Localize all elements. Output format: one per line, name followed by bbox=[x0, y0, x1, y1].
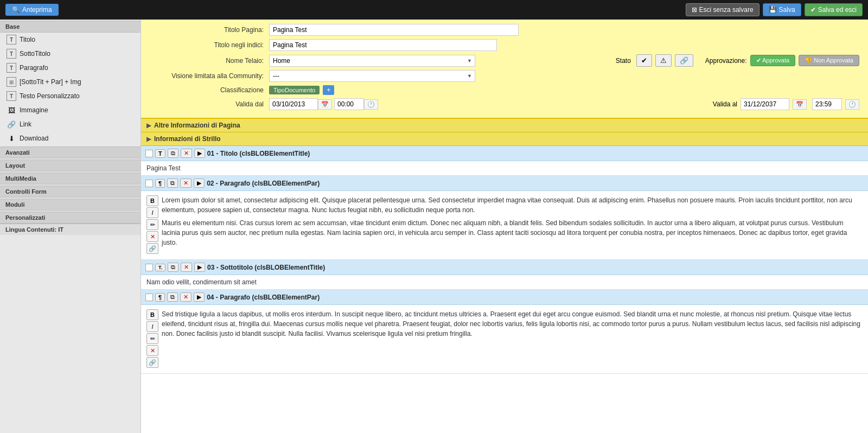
element-04-title: 04 - Paragrafo (clsBLOBElementPar) bbox=[207, 294, 320, 301]
valida-dal-calendar-button[interactable]: 📅 bbox=[318, 99, 332, 110]
non-approvata-button[interactable]: 👎 Non Approvata bbox=[799, 55, 859, 66]
altre-info-label: Altre Informazioni di Pagina bbox=[154, 122, 240, 129]
element-03-checkbox[interactable] bbox=[145, 264, 153, 271]
sidebar-item-testo-personalizzato[interactable]: T Testo Personalizzato bbox=[0, 89, 141, 103]
element-01-type-icon[interactable]: T bbox=[155, 149, 165, 158]
element-01-copy-button[interactable]: ⧉ bbox=[168, 149, 178, 158]
info-strillo-arrow-icon: ▶ bbox=[146, 136, 151, 143]
element-04-type-icon[interactable]: ¶ bbox=[155, 293, 165, 302]
valida-al-area: Valida al 📅 🕐 bbox=[713, 98, 859, 110]
valida-al-date-input[interactable] bbox=[741, 98, 789, 110]
link-button-rt[interactable]: 🔗 bbox=[146, 243, 158, 254]
element-04-delete-button[interactable]: ✕ bbox=[180, 292, 192, 302]
status-link-button[interactable]: 🔗 bbox=[675, 54, 693, 67]
valida-al-time-button[interactable]: 🕐 bbox=[845, 99, 859, 110]
italic-button-04[interactable]: I bbox=[146, 321, 158, 332]
exit-icon: ⊠ bbox=[692, 6, 697, 14]
link-icon: 🔗 bbox=[7, 119, 16, 129]
nome-telaio-select[interactable]: Home bbox=[269, 55, 475, 67]
sidebar-item-immagine[interactable]: 🖼 Immagine bbox=[0, 103, 141, 117]
element-02-expand-button[interactable]: ▶ bbox=[194, 179, 205, 188]
info-strillo-label: Informazioni di Strillo bbox=[154, 135, 221, 143]
form-row-validita: Valida dal 📅 🕐 Valida al 📅 🕐 bbox=[150, 98, 859, 110]
element-04-para-1: Sed tristique ligula a lacus dapibus, ut… bbox=[162, 309, 863, 339]
sidebar-group-base: Base bbox=[0, 21, 141, 33]
italic-button[interactable]: I bbox=[146, 207, 158, 218]
visione-community-select[interactable]: --- bbox=[269, 70, 475, 82]
element-02-type-icon[interactable]: ¶ bbox=[155, 179, 165, 188]
altre-info-arrow-icon: ▶ bbox=[146, 122, 151, 129]
form-row-classificazione: Classificazione TipoDocumento + bbox=[150, 85, 859, 95]
sidebar-item-sottotitolo[interactable]: T SottoTitolo bbox=[0, 47, 141, 61]
search-icon: 🔍 bbox=[12, 6, 20, 14]
sidebar-item-link[interactable]: 🔗 Link bbox=[0, 117, 141, 131]
sidebar-item-testo-personalizzato-label: Testo Personalizzato bbox=[20, 92, 80, 100]
sidebar-item-download[interactable]: ⬇ Download bbox=[0, 131, 141, 145]
titolo-pagina-label: Titolo Pagina: bbox=[150, 26, 269, 34]
valida-al-calendar-button[interactable]: 📅 bbox=[793, 99, 807, 110]
check-icon: ✔ bbox=[756, 57, 761, 63]
element-04-checkbox[interactable] bbox=[145, 294, 153, 301]
element-02-copy-button[interactable]: ⧉ bbox=[167, 179, 178, 188]
exit-label: Esci senza salvare bbox=[699, 6, 754, 14]
save-exit-label: Salva ed esci bbox=[818, 6, 857, 14]
element-02-delete-button[interactable]: ✕ bbox=[180, 179, 192, 188]
clear-button[interactable]: ✕ bbox=[146, 231, 158, 242]
element-02-editor-area: B I ✏ ✕ 🔗 Lorem ipsum dolor sit amet, co… bbox=[146, 195, 863, 254]
element-01-delete-button[interactable]: ✕ bbox=[181, 149, 192, 158]
element-03-delete-button[interactable]: ✕ bbox=[181, 263, 192, 272]
element-04-expand-button[interactable]: ▶ bbox=[194, 292, 205, 302]
sidebar-item-link-label: Link bbox=[20, 120, 31, 128]
status-check-button[interactable]: ✔ bbox=[636, 54, 652, 67]
edit-button-04[interactable]: ✏ bbox=[146, 333, 158, 344]
content-area: Titolo Pagina: Titolo negli indici: Nome… bbox=[141, 20, 868, 433]
preview-button[interactable]: 🔍 Anteprima bbox=[5, 4, 59, 16]
element-04-block: ¶ ⧉ ✕ ▶ 04 - Paragrafo (clsBLOBElementPa… bbox=[141, 290, 868, 374]
element-01-expand-button[interactable]: ▶ bbox=[194, 149, 205, 158]
sidebar-item-paragrafo-label: Paragrafo bbox=[20, 64, 48, 72]
info-strillo-section-header[interactable]: ▶ Informazioni di Strillo bbox=[141, 132, 868, 146]
sidebar-group-avanzati: Avanzati bbox=[0, 147, 141, 158]
sidebar-group-multimedia: MultiMedia bbox=[0, 173, 141, 184]
link-button-rt-04[interactable]: 🔗 bbox=[146, 357, 158, 368]
element-03-copy-button[interactable]: ⧉ bbox=[168, 263, 178, 272]
valida-dal-time-button[interactable]: 🕐 bbox=[364, 99, 378, 110]
add-tag-button[interactable]: + bbox=[323, 85, 334, 95]
approvata-label: Approvata bbox=[762, 57, 789, 63]
element-03-content: Nam odio vellit, condimentum sit amet bbox=[141, 275, 868, 289]
topbar: 🔍 Anteprima ⊠ Esci senza salvare 💾 Salva… bbox=[0, 0, 868, 20]
element-03-title: 03 - Sottotitolo (clsBLOBElementTitle) bbox=[207, 264, 325, 271]
element-03-type-icon[interactable]: T. bbox=[155, 264, 165, 271]
visione-community-label: Visione limitata alla Community: bbox=[150, 72, 269, 80]
status-warning-button[interactable]: ⚠ bbox=[655, 54, 672, 67]
altre-info-section-header[interactable]: ▶ Altre Informazioni di Pagina bbox=[141, 119, 868, 132]
form-row-visione-community: Visione limitata alla Community: --- bbox=[150, 70, 859, 82]
clear-button-04[interactable]: ✕ bbox=[146, 345, 158, 356]
titolo-pagina-input[interactable] bbox=[269, 24, 519, 36]
save-button[interactable]: 💾 Salva bbox=[763, 3, 801, 16]
edit-button[interactable]: ✏ bbox=[146, 219, 158, 230]
element-02-para-2: Mauris eu elementum nisi. Cras cursus lo… bbox=[162, 218, 863, 247]
save-icon: 💾 bbox=[769, 6, 777, 14]
titolo-indici-input[interactable] bbox=[269, 39, 497, 51]
exit-without-save-button[interactable]: ⊠ Esci senza salvare bbox=[686, 3, 760, 16]
sidebar-item-titolo[interactable]: T Titolo bbox=[0, 33, 141, 47]
sidebar-item-sottotit-par-img[interactable]: ⊞ [SottoTit + Par] + Img bbox=[0, 75, 141, 89]
sidebar-item-sottotit-par-img-label: [SottoTit + Par] + Img bbox=[20, 78, 81, 86]
nome-telaio-label: Nome Telaio: bbox=[150, 57, 269, 65]
valida-dal-date-input[interactable] bbox=[269, 98, 318, 110]
element-04-copy-button[interactable]: ⧉ bbox=[167, 292, 178, 302]
valida-al-time-input[interactable] bbox=[812, 98, 842, 110]
valida-dal-time-input[interactable] bbox=[334, 98, 364, 110]
element-01-checkbox[interactable] bbox=[145, 150, 153, 157]
approvata-button[interactable]: ✔ Approvata bbox=[750, 55, 796, 66]
element-02-checkbox[interactable] bbox=[145, 180, 153, 187]
save-exit-button[interactable]: ✔ Salva ed esci bbox=[805, 3, 863, 16]
form-area: Titolo Pagina: Titolo negli indici: Nome… bbox=[141, 20, 868, 119]
sidebar-item-paragrafo[interactable]: T Paragrafo bbox=[0, 61, 141, 75]
element-02-toolbar: B I ✏ ✕ 🔗 bbox=[146, 195, 158, 254]
bold-button-04[interactable]: B bbox=[146, 309, 158, 320]
element-03-expand-button[interactable]: ▶ bbox=[194, 263, 205, 272]
element-04-editor-area: B I ✏ ✕ 🔗 Sed tristique ligula a lacus d… bbox=[146, 309, 863, 368]
bold-button[interactable]: B bbox=[146, 195, 158, 206]
